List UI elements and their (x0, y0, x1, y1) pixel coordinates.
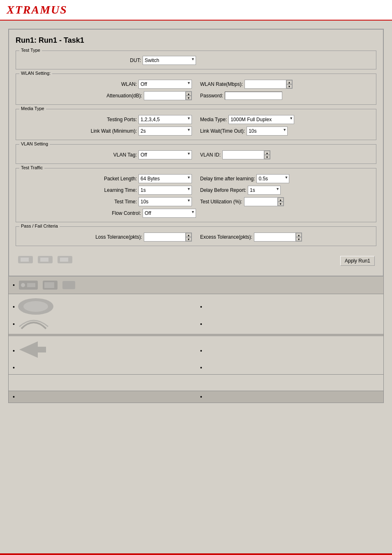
bottom-icons (17, 253, 73, 266)
excess-tolerance-input[interactable]: 0 (254, 233, 295, 241)
apply-row: Apply Run1 (16, 250, 376, 269)
wlan-rate-spinner[interactable]: 54 ▲ ▼ (244, 80, 293, 89)
bullet-row-4-left-2: • (13, 364, 192, 371)
arrow-shape (17, 339, 48, 362)
svg-point-13 (23, 301, 48, 312)
test-traffic-group-label: Test Traffic (19, 165, 44, 170)
password-input[interactable]: 1234567890 (225, 92, 282, 100)
attenuation-spinner[interactable]: -00.0 ▲ ▼ (144, 91, 192, 100)
link-wait-timeout-label: Link Wait(Time Out): (200, 128, 245, 134)
network-shape-medium (17, 314, 50, 331)
vlan-id-down[interactable]: ▼ (264, 155, 270, 159)
link-wait-min-label: Link Wait (Minimum): (71, 128, 137, 134)
network-icon-3 (62, 279, 76, 291)
learning-time-wrapper[interactable]: 1s 2s 5s (138, 186, 192, 195)
footer-line (0, 553, 392, 555)
icon-2 (37, 253, 53, 266)
attenuation-down[interactable]: ▼ (186, 96, 191, 100)
excess-tolerance-up[interactable]: ▲ (296, 233, 302, 237)
delay-before-report-select[interactable]: 1s 2s 5s (248, 186, 281, 195)
dut-select[interactable]: Switch Router Hub (143, 56, 196, 65)
learning-time-select[interactable]: 1s 2s 5s (138, 186, 192, 195)
loss-tolerance-down[interactable]: ▼ (186, 237, 191, 241)
test-utilization-spinner[interactable]: 100 ▲ ▼ (244, 197, 284, 206)
media-type-group-label: Media Type (19, 106, 46, 111)
delay-after-learning-label: Delay time after learning: (200, 176, 255, 182)
packet-length-wrapper[interactable]: 64 Bytes 128 Bytes 256 Bytes 512 Bytes 1… (138, 174, 192, 183)
password-label: Password: (200, 93, 223, 99)
packet-length-select[interactable]: 64 Bytes 128 Bytes 256 Bytes 512 Bytes 1… (138, 174, 192, 183)
wlan-select[interactable]: Off On (138, 80, 192, 89)
link-wait-min-wrapper[interactable]: 2s 1s 5s (138, 127, 192, 136)
vlan-id-up[interactable]: ▲ (264, 151, 270, 155)
link-wait-timeout-select[interactable]: 10s 5s 30s (247, 127, 288, 136)
media-type-group: Media Type Testing Ports: 1,2,3,4,5 1,2 … (16, 109, 376, 140)
vlan-tag-wrapper[interactable]: Off On (138, 150, 192, 159)
loss-tolerance-up[interactable]: ▲ (186, 233, 191, 237)
attenuation-up[interactable]: ▲ (186, 92, 191, 96)
excess-tolerance-spinner[interactable]: 0 ▲ ▼ (254, 233, 302, 242)
bullet-4-r2: • (200, 364, 202, 371)
testing-ports-wrapper[interactable]: 1,2,3,4,5 1,2 1,2,3 (138, 115, 192, 124)
vlan-id-input[interactable]: 1 (223, 151, 264, 159)
bottom-row-1: • (8, 276, 384, 294)
logo-x: X (7, 3, 15, 16)
main-container: Run1: Run1 - Task1 Test Type DUT: Switch… (0, 21, 392, 411)
flow-control-label: Flow Control: (75, 210, 141, 216)
wlan-setting-group: WLAN Setting: WLAN: Off On WLAN Rate(Mbp… (16, 74, 376, 105)
icon-1 (17, 253, 34, 266)
svg-rect-11 (62, 281, 75, 289)
vlan-id-label: VLAN ID: (200, 152, 221, 158)
delay-after-learning-wrapper[interactable]: 0.5s 1s 2s (256, 174, 289, 183)
wlan-rate-up[interactable]: ▲ (286, 80, 292, 84)
test-time-select[interactable]: 10s 5s 30s 60s (138, 197, 192, 206)
flow-control-select[interactable]: Off On (143, 209, 196, 218)
delay-before-report-wrapper[interactable]: 1s 2s 5s (248, 186, 281, 195)
media-type-select[interactable]: 1000M Full Duplex 100M Full Duplex 10M F… (228, 115, 294, 124)
media-type-wrapper[interactable]: 1000M Full Duplex 100M Full Duplex 10M F… (228, 115, 294, 124)
vlan-id-spinner[interactable]: 1 ▲ ▼ (222, 150, 270, 159)
attenuation-label: Attenuation(dB): (76, 93, 142, 99)
wlan-rate-label: WLAN Rate(Mbps): (200, 81, 243, 87)
test-utilization-input[interactable]: 100 (244, 198, 277, 206)
vlan-tag-label: VLAN Tag: (71, 152, 137, 158)
excess-tolerance-label: Excess Tolerance(pkts): (200, 234, 252, 240)
bullet-row-4-left-1: • (13, 339, 192, 362)
wlan-select-wrapper[interactable]: Off On (138, 80, 192, 89)
vlan-group-label: VLAN Setting (19, 141, 50, 146)
bottom-section: • • • • (8, 276, 384, 403)
learning-time-label: Learning Time: (71, 187, 137, 193)
network-shape-large (17, 297, 54, 316)
apply-run1-button[interactable]: Apply Run1 (340, 256, 375, 266)
bullet-5-r: • (200, 394, 202, 400)
bullet-4-l1: • (13, 348, 15, 354)
flow-control-wrapper[interactable]: Off On (143, 209, 196, 218)
loss-tolerance-input[interactable]: 0 (144, 233, 185, 241)
svg-rect-10 (44, 282, 54, 288)
delay-after-learning-select[interactable]: 0.5s 1s 2s (256, 174, 289, 183)
utilization-down[interactable]: ▼ (278, 202, 284, 206)
bullet-row-4-right-2: • (200, 364, 379, 371)
bottom-row-2: • • • • (8, 294, 384, 334)
svg-marker-14 (19, 341, 46, 358)
loss-tolerance-label: Loss Tolerance(pkts): (76, 234, 142, 240)
loss-tolerance-spinner[interactable]: 0 ▲ ▼ (144, 233, 192, 242)
bullet-row-4-right-1: • (200, 339, 379, 362)
test-traffic-group: Test Traffic Packet Length: 64 Bytes 128… (16, 168, 376, 222)
svg-rect-8 (27, 283, 35, 287)
icon-3 (57, 253, 73, 266)
link-wait-min-select[interactable]: 2s 1s 5s (138, 127, 192, 136)
wlan-rate-down[interactable]: ▼ (286, 84, 292, 88)
excess-tolerance-down[interactable]: ▼ (296, 237, 302, 241)
logo: XTRAMUS (7, 3, 67, 16)
vlan-tag-select[interactable]: Off On (138, 150, 192, 159)
packet-length-label: Packet Length: (71, 176, 137, 182)
attenuation-input[interactable]: -00.0 (144, 92, 185, 100)
wlan-rate-input[interactable]: 54 (245, 80, 286, 88)
network-icon-2 (42, 279, 58, 291)
link-wait-timeout-wrapper[interactable]: 10s 5s 30s (247, 127, 288, 136)
dut-select-wrapper[interactable]: Switch Router Hub (143, 56, 196, 65)
test-time-wrapper[interactable]: 10s 5s 30s 60s (138, 197, 192, 206)
testing-ports-select[interactable]: 1,2,3,4,5 1,2 1,2,3 (138, 115, 192, 124)
utilization-up[interactable]: ▲ (278, 198, 284, 202)
